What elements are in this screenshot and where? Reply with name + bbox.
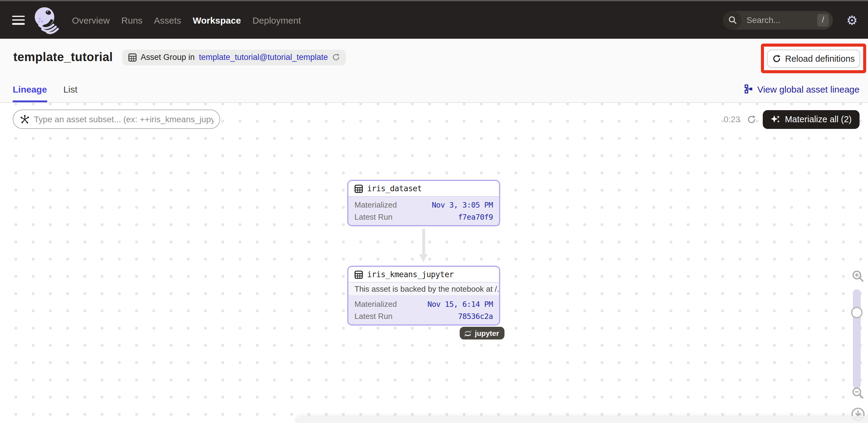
search-input[interactable] [742, 15, 817, 25]
page-title: template_tutorial [13, 50, 113, 64]
zoom-slider-handle[interactable] [851, 307, 863, 318]
asset-node-iris-kmeans-jupyter[interactable]: iris_kmeans_jupyter This asset is backed… [347, 266, 500, 326]
asset-node-stats: Materialized Nov 3, 3:05 PM Latest Run f… [348, 197, 499, 225]
compute-kind-tag-jupyter[interactable]: jupyter [460, 327, 504, 339]
zoom-out-button[interactable] [852, 387, 864, 399]
jupyter-icon [464, 329, 472, 337]
asset-node-header: iris_kmeans_jupyter [348, 267, 499, 282]
asset-name: iris_kmeans_jupyter [367, 270, 454, 279]
materialized-label: Materialized [354, 200, 397, 209]
nav-item-overview[interactable]: Overview [72, 15, 110, 25]
materialize-sparkle-icon [770, 114, 780, 124]
asset-group-badge: Asset Group in template_tutorial@tutoria… [122, 49, 346, 65]
global-search[interactable]: / [723, 10, 833, 29]
latest-run-label: Latest Run [354, 212, 393, 221]
asset-node-stats: Materialized Nov 15, 6:14 PM Latest Run … [348, 296, 499, 324]
asset-graph-icon [20, 114, 30, 124]
asset-group-icon [128, 53, 136, 61]
nav-item-assets[interactable]: Assets [154, 15, 181, 25]
reload-icon [772, 54, 781, 63]
nav-item-runs[interactable]: Runs [121, 15, 143, 25]
refresh-icon[interactable] [747, 115, 756, 124]
table-asset-icon [354, 184, 363, 193]
bottom-panel-edge [295, 416, 868, 423]
view-global-asset-lineage-link[interactable]: View global asset lineage [744, 75, 860, 102]
top-navbar: Overview Runs Assets Workspace Deploymen… [0, 1, 868, 39]
global-lineage-icon [744, 84, 753, 94]
zoom-in-button[interactable] [852, 270, 864, 282]
asset-filter[interactable] [13, 110, 220, 129]
materialized-label: Materialized [354, 299, 397, 308]
latest-run-id[interactable]: 78536c2a [458, 311, 493, 321]
tab-lineage[interactable]: Lineage [13, 75, 47, 102]
primary-nav: Overview Runs Assets Workspace Deploymen… [72, 15, 301, 25]
hamburger-menu-icon[interactable] [12, 16, 25, 25]
table-asset-icon [354, 270, 363, 279]
view-tabbar: Lineage List View global asset lineage [0, 75, 868, 103]
page-header: template_tutorial Asset Group in templat… [0, 39, 868, 75]
reload-definitions-button[interactable]: Reload definitions [767, 49, 860, 67]
latest-run-id[interactable]: f7ea70f9 [458, 212, 493, 221]
nav-item-deployment[interactable]: Deployment [252, 15, 301, 25]
app-window: Overview Runs Assets Workspace Deploymen… [0, 0, 868, 423]
asset-group-prefix: Asset Group in [141, 53, 195, 62]
materialized-timestamp[interactable]: Nov 15, 6:14 PM [427, 299, 493, 308]
latest-run-label: Latest Run [354, 311, 393, 321]
asset-description: This asset is backed by the notebook at … [348, 282, 499, 296]
badge-refresh-icon[interactable] [332, 53, 340, 61]
nav-item-workspace[interactable]: Workspace [193, 15, 241, 25]
search-shortcut-key: / [817, 13, 829, 26]
asset-node-iris-dataset[interactable]: iris_dataset Materialized Nov 3, 3:05 PM… [347, 180, 500, 226]
toolbar-right-group: 0:23 Materialize all (2) [724, 110, 860, 129]
dagster-logo-icon[interactable] [32, 5, 61, 35]
asset-node-header: iris_dataset [348, 181, 499, 197]
asset-filter-input[interactable] [34, 114, 214, 124]
asset-name: iris_dataset [367, 184, 422, 193]
zoom-slider-track[interactable] [853, 289, 861, 389]
materialized-timestamp[interactable]: Nov 3, 3:05 PM [432, 200, 493, 209]
tab-list[interactable]: List [63, 75, 78, 102]
refresh-countdown: 0:23 [724, 114, 740, 124]
red-annotation-box: Reload definitions [761, 43, 866, 73]
asset-group-link[interactable]: template_tutorial@tutorial_template [199, 53, 328, 62]
gear-icon[interactable]: ⚙ [846, 13, 858, 26]
lineage-canvas[interactable]: 0:23 Materialize all (2) [0, 103, 868, 423]
graph-toolbar: 0:23 Materialize all (2) [13, 110, 860, 129]
search-icon [723, 10, 742, 29]
materialize-all-button[interactable]: Materialize all (2) [763, 110, 860, 129]
